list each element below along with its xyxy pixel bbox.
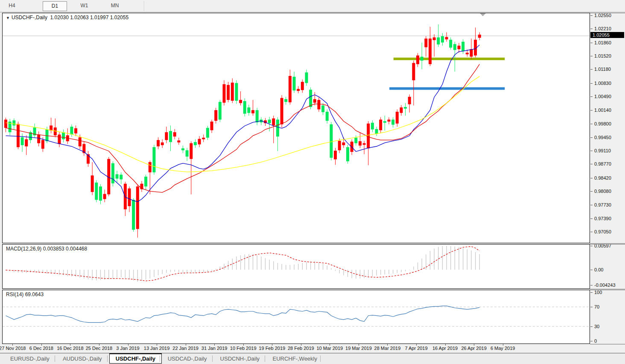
macd-tick-label-tick	[590, 270, 593, 270]
price-tick-label: 0.99110	[594, 148, 611, 153]
price-tick-label: 0.98080	[594, 189, 611, 194]
date-tick	[387, 344, 388, 346]
tab-separator	[107, 355, 108, 362]
symbol-dropdown-icon[interactable]: ▼	[6, 16, 10, 20]
price-tick-label-tick	[590, 29, 593, 29]
macd-tick-label-tick	[590, 246, 593, 246]
date-tick-label: 26 Apr 2019	[461, 346, 486, 351]
price-tick-label-tick	[590, 178, 593, 178]
current-price-tag: 1.02055	[590, 32, 624, 38]
macd-tick-label-tick	[590, 285, 593, 285]
price-tick-label: 0.97390	[594, 216, 611, 221]
date-tick	[99, 344, 99, 346]
date-tick	[12, 344, 13, 346]
date-tick-label: 13 Jan 2019	[144, 346, 170, 351]
date-tick	[272, 344, 272, 346]
rsi-tick-label-tick	[590, 341, 593, 341]
symbol-tab-bar: EURUSD-,DailyAUDUSD-,DailyUSDCHF-,DailyU…	[0, 353, 625, 364]
symbol-tab-usdchf-daily[interactable]: USDCHF-,Daily	[109, 353, 162, 364]
date-tick-label: 28 Mar 2019	[374, 346, 401, 351]
date-tick	[186, 344, 186, 346]
price-tick-label: 0.98420	[594, 175, 611, 181]
price-tick-label-tick	[590, 110, 593, 111]
price-tick-label: 0.98770	[594, 161, 611, 166]
price-tick-label-tick	[590, 124, 593, 124]
macd-indicator-pane[interactable]	[2, 244, 590, 289]
date-tick-label: 28 Feb 2019	[288, 346, 314, 351]
date-tick-label: 19 Mar 2019	[345, 346, 372, 351]
macd-tick-label: -0.004243	[594, 282, 616, 288]
date-tick	[474, 344, 474, 346]
date-tick-label: 6 Dec 2018	[29, 346, 53, 351]
price-tick-label-tick	[590, 218, 593, 219]
price-tick-label: 1.00830	[594, 81, 611, 86]
rsi-tick-label: 30	[594, 324, 599, 329]
chart-title: ▼USDCHF-,Daily 1.02030 1.02063 1.01997 1…	[6, 15, 129, 20]
price-chart-pane[interactable]	[2, 13, 590, 243]
rsi-tick-label: 70	[594, 304, 599, 309]
price-tick-label-tick	[590, 83, 593, 84]
rsi-value: 69.0643	[25, 291, 44, 297]
date-tick	[41, 344, 42, 346]
price-tick-label-tick	[590, 43, 593, 43]
tab-separator	[320, 355, 321, 362]
price-tick-label-tick	[590, 205, 593, 205]
price-tick-label: 1.00140	[594, 108, 611, 113]
price-tick-label: 0.97050	[594, 229, 611, 234]
price-tick-label: 1.01520	[594, 53, 611, 58]
symbol-tab-eurusd-daily[interactable]: EURUSD-,Daily	[4, 354, 55, 364]
date-tick	[157, 344, 157, 346]
date-tick	[445, 344, 446, 346]
price-tick-label: 0.99800	[594, 121, 611, 126]
pane-separator	[590, 344, 625, 344]
price-tick-label-tick	[590, 69, 593, 70]
symbol-tab-audusd-daily[interactable]: AUDUSD-,Daily	[57, 354, 108, 364]
price-tick-label-tick	[590, 151, 593, 151]
tab-separator	[55, 355, 55, 362]
price-tick-label: 0.97730	[594, 202, 611, 207]
chart-stage: ▼USDCHF-,Daily 1.02030 1.02063 1.01997 1…	[0, 0, 625, 364]
date-tick	[416, 344, 417, 346]
date-tick	[301, 344, 301, 346]
date-tick-label: 6 May 2019	[491, 346, 515, 351]
rsi-tick-label-tick	[590, 326, 593, 327]
price-tick-label: 0.99450	[594, 135, 611, 140]
symbol-tab-eurchf-weekly[interactable]: EURCHF-,Weekly	[267, 354, 324, 364]
date-tick	[330, 344, 330, 346]
date-tick	[243, 344, 244, 346]
rsi-indicator-pane[interactable]	[2, 290, 590, 344]
pane-separator	[590, 13, 625, 13]
date-tick-label: 10 Mar 2019	[316, 346, 343, 351]
price-tick-label: 1.01180	[594, 67, 611, 72]
date-tick	[359, 344, 359, 346]
price-tick-label: 1.01860	[594, 40, 611, 45]
macd-label: MACD(12,26,9) 0.003853 0.004468	[6, 246, 87, 252]
tab-separator	[212, 355, 213, 362]
date-tick	[214, 344, 215, 346]
date-tick-label: 25 Dec 2018	[86, 346, 112, 351]
price-tick-label-tick	[590, 164, 593, 164]
auto-scroll-marker-icon[interactable]	[480, 13, 486, 16]
price-tick-label: 1.00490	[594, 94, 611, 99]
symbol-tab-usdcad-daily[interactable]: USDCAD-,Daily	[162, 354, 213, 364]
pane-separator	[590, 243, 625, 244]
price-tick-label: 1.02550	[594, 13, 611, 18]
chart-ohlc-values: 1.02030 1.02063 1.01997 1.02055	[50, 15, 129, 20]
tab-separator	[160, 355, 160, 362]
date-tick-label: 19 Feb 2019	[259, 346, 285, 351]
price-tick-label: 1.02210	[594, 26, 611, 31]
date-tick	[70, 344, 70, 346]
rsi-tick-label: 0	[594, 338, 597, 344]
date-tick-label: 31 Jan 2019	[202, 346, 228, 351]
price-tick-label-tick	[590, 56, 593, 56]
date-tick-label: 10 Feb 2019	[230, 346, 257, 351]
date-tick-label: 16 Dec 2018	[57, 346, 83, 351]
price-tick-label-tick	[590, 232, 593, 232]
rsi-tick-label: 100	[594, 290, 602, 295]
date-tick-label: 22 Jan 2019	[172, 346, 199, 351]
pane-separator	[590, 244, 625, 245]
symbol-tab-usdcnh-daily[interactable]: USDCNH-,Daily	[214, 354, 266, 364]
rsi-label: RSI(14) 69.0643	[6, 291, 44, 297]
date-tick-label: 16 Apr 2019	[432, 346, 458, 351]
date-tick-label: 3 Jan 2019	[116, 346, 139, 351]
